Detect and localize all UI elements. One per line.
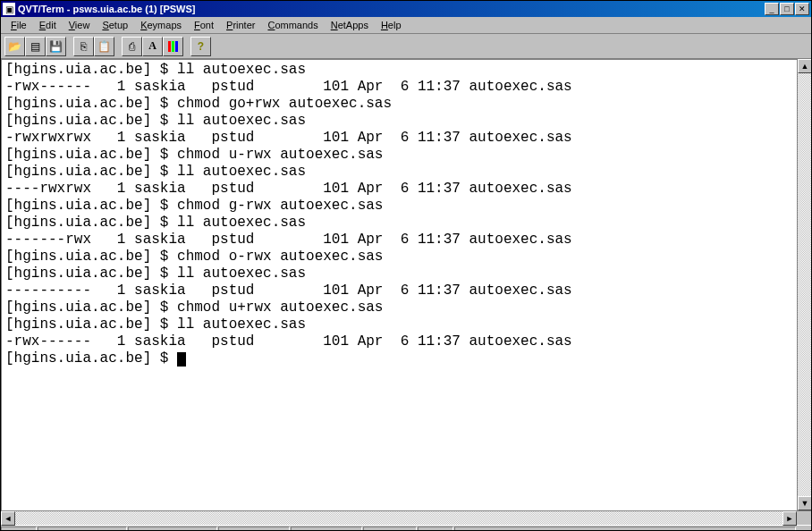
app-icon: ▣ — [3, 3, 15, 15]
menu-keymaps[interactable]: Keymaps — [134, 18, 188, 32]
menu-commands[interactable]: Commands — [261, 18, 324, 32]
menu-help[interactable]: Help — [375, 18, 408, 32]
colors-icon — [168, 41, 178, 52]
maximize-button[interactable]: □ — [780, 3, 794, 15]
window-title: QVT/Term - psws.uia.ac.be (1) [PSWS] — [18, 4, 765, 14]
scroll-up-button[interactable]: ▲ — [798, 59, 812, 73]
font-icon: A — [148, 39, 156, 53]
toolbar-help-button[interactable]: ? — [190, 37, 211, 56]
scroll-left-button[interactable]: ◄ — [1, 511, 15, 526]
window-controls: _ □ ✕ — [765, 3, 809, 15]
menu-view[interactable]: View — [63, 18, 97, 32]
status-cursor-pos: (18,21) — [38, 527, 127, 532]
menubar: File Edit View Setup Keymaps Font Printe… — [1, 17, 811, 34]
menu-edit[interactable]: Edit — [33, 18, 63, 32]
scrollbar-corner — [797, 511, 811, 525]
horizontal-scrollbar[interactable]: ◄ ► — [1, 510, 811, 525]
close-button[interactable]: ✕ — [795, 3, 809, 15]
minimize-button[interactable]: _ — [765, 3, 779, 15]
toolbar-print-button[interactable]: ⎙ — [122, 37, 142, 56]
scroll-right-button[interactable]: ► — [782, 511, 797, 526]
statusbar: 24x80 (18,21) Connected Printer: Off Log… — [1, 525, 811, 531]
toolbar-paste-button[interactable]: 📋 — [94, 37, 114, 56]
floppy-icon: 💾 — [49, 40, 63, 53]
toolbar-new-button[interactable]: ▤ — [25, 37, 46, 56]
toolbar-copy-button[interactable]: ⎘ — [73, 37, 94, 56]
vertical-scrollbar[interactable]: ▲ ▼ — [797, 59, 811, 510]
status-connection: Connected — [128, 527, 217, 532]
menu-setup[interactable]: Setup — [96, 18, 134, 32]
terminal-cursor — [177, 352, 186, 367]
status-numlock: NUM — [418, 527, 453, 532]
resize-grip[interactable] — [797, 527, 811, 532]
toolbar-save-button[interactable]: 💾 — [46, 37, 66, 56]
toolbar-font-button[interactable]: A — [142, 37, 163, 56]
scroll-down-button[interactable]: ▼ — [798, 496, 812, 510]
toolbar-colors-button[interactable] — [163, 37, 183, 56]
document-icon: ▤ — [30, 40, 40, 53]
printer-icon: ⎙ — [129, 40, 135, 53]
help-icon: ? — [198, 40, 204, 53]
status-termsize: 24x80 — [1, 527, 37, 532]
menu-font[interactable]: Font — [188, 18, 220, 32]
status-ready: Ready — [454, 527, 796, 532]
folder-open-icon: 📂 — [8, 40, 21, 53]
copy-icon: ⎘ — [80, 40, 87, 53]
toolbar: 📂 ▤ 💾 ⎘ 📋 ⎙ A ? — [1, 34, 811, 59]
terminal-output[interactable]: [hgins.uia.ac.be] $ ll autoexec.sas -rwx… — [1, 59, 797, 510]
scroll-track[interactable] — [798, 73, 811, 496]
titlebar[interactable]: ▣ QVT/Term - psws.uia.ac.be (1) [PSWS] _… — [1, 1, 811, 17]
status-blank — [363, 527, 417, 532]
scroll-track-h[interactable] — [15, 511, 782, 525]
menu-printer[interactable]: Printer — [220, 18, 261, 32]
status-printer: Printer: Off — [218, 527, 290, 532]
toolbar-open-button[interactable]: 📂 — [4, 37, 25, 56]
menu-netapps[interactable]: NetApps — [325, 18, 375, 32]
paste-icon: 📋 — [97, 40, 111, 53]
status-logfile: Logfile: Off — [291, 527, 362, 532]
menu-file[interactable]: File — [4, 18, 33, 32]
